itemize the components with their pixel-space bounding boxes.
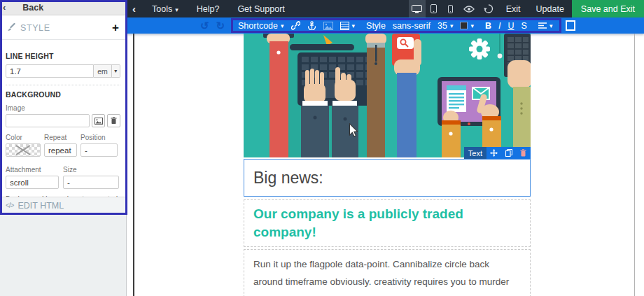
paragraph-text-block[interactable]: Run it up the flagpole data-point. Canni… <box>244 249 531 296</box>
get-support-menu[interactable]: Get Support <box>228 4 293 14</box>
background-size-input[interactable] <box>63 176 119 189</box>
exit-button[interactable]: Exit <box>498 0 528 17</box>
chevron-down-icon: ▾ <box>550 22 553 29</box>
mouse-cursor <box>349 123 358 137</box>
move-icon <box>490 149 498 157</box>
delete-block-button[interactable] <box>516 147 531 159</box>
text-direction-dropdown[interactable]: ▾ <box>556 20 561 31</box>
chevron-down-icon: ▾ <box>450 22 454 29</box>
link-button[interactable] <box>288 20 303 31</box>
line-height-input[interactable] <box>6 64 94 78</box>
toolbar-annotation-box: Shortcode▾ ▾ Style sans-serif 35▾ ▾ B I … <box>231 18 561 33</box>
edit-html-button[interactable]: </> EDIT HTML <box>0 197 126 214</box>
line-height-unit: em <box>94 64 112 78</box>
paragraph-text: Run it up the flagpole data-point. Canni… <box>253 259 518 296</box>
background-color-swatch[interactable] <box>6 143 41 157</box>
eye-icon <box>463 6 475 13</box>
font-family-dropdown[interactable]: sans-serif <box>390 20 433 31</box>
style-sidebar: ‹ Back STYLE + LINE HEIGHT em ▾ BACKGROU… <box>0 0 127 296</box>
align-dropdown[interactable]: ▾ <box>536 20 556 31</box>
trash-icon <box>111 117 117 125</box>
canvas-left-edge <box>133 34 134 296</box>
duplicate-block-button[interactable] <box>501 147 516 159</box>
link-icon <box>291 21 300 30</box>
color-swatch <box>460 22 468 29</box>
font-size-dropdown[interactable]: 35▾ <box>435 20 456 31</box>
transparent-x-icon <box>6 144 40 156</box>
align-left-icon <box>538 22 547 29</box>
strikethrough-button[interactable]: S <box>519 20 530 31</box>
topbar-right-group: Exit Update Save and Exit <box>409 0 644 17</box>
back-chevron-icon[interactable]: ‹ <box>0 2 8 13</box>
title-text-block[interactable]: Big news: <box>244 159 531 197</box>
preview-button[interactable] <box>461 0 477 17</box>
app-window: ‹ Tools▾ Help? Get Support Exit Update S… <box>0 0 644 296</box>
table-icon <box>340 22 349 30</box>
background-position-input[interactable] <box>80 143 118 157</box>
underline-button[interactable]: U <box>505 20 517 31</box>
code-icon: </> <box>6 202 13 209</box>
help-menu[interactable]: Help? <box>188 4 229 14</box>
italic-button[interactable]: I <box>496 20 503 31</box>
email-document: Text Big news: Our company is a publicly… <box>244 34 531 296</box>
mobile-preview-button[interactable] <box>442 0 459 17</box>
desktop-preview-button[interactable] <box>409 0 426 17</box>
block-toolbar: Text <box>464 147 531 159</box>
unit-dropdown-button[interactable]: ▾ <box>112 64 120 78</box>
canvas-scrollbar-track[interactable] <box>634 34 635 296</box>
image-icon <box>323 22 333 30</box>
chevron-down-icon: ▾ <box>175 6 178 13</box>
anchor-icon <box>307 21 316 30</box>
image-label: Image <box>6 104 120 112</box>
line-height-label: LINE HEIGHT <box>6 52 120 60</box>
size-label: Size <box>63 166 119 174</box>
style-menu[interactable]: Style <box>363 20 388 31</box>
pick-image-button[interactable] <box>92 114 105 127</box>
block-type-label: Text <box>464 147 486 159</box>
table-dropdown[interactable]: ▾ <box>337 20 358 31</box>
chevron-down-icon: ▾ <box>470 22 474 29</box>
background-image-input[interactable] <box>6 114 90 127</box>
top-menubar: ‹ Tools▾ Help? Get Support Exit Update S… <box>127 0 644 17</box>
add-style-button[interactable]: + <box>112 22 119 34</box>
text-direction-icon <box>559 22 561 29</box>
style-section-header: STYLE + <box>0 15 126 39</box>
image-block[interactable]: Text <box>244 34 531 157</box>
move-block-button[interactable] <box>486 147 501 159</box>
revision-history-button[interactable] <box>481 0 496 17</box>
update-button[interactable]: Update <box>528 0 572 17</box>
heading-text: Our company is a publicly traded company… <box>253 206 463 239</box>
back-label[interactable]: Back <box>22 3 43 13</box>
insert-image-button[interactable] <box>321 20 336 31</box>
brush-icon <box>7 23 16 32</box>
phone-icon <box>448 5 453 13</box>
undo-button[interactable]: ↺ <box>200 20 209 32</box>
chevron-down-icon: ▾ <box>352 22 356 29</box>
redo-button[interactable]: ↻ <box>216 20 225 32</box>
tablet-preview-button[interactable] <box>426 0 442 17</box>
heading-text-block[interactable]: Our company is a publicly traded company… <box>244 199 531 247</box>
color-label: Color <box>6 134 41 141</box>
text-color-picker[interactable]: ▾ <box>457 20 477 31</box>
anchor-button[interactable] <box>304 20 319 31</box>
shortcode-dropdown[interactable]: Shortcode▾ <box>235 20 287 31</box>
background-repeat-input[interactable] <box>44 143 77 157</box>
monitor-icon <box>412 5 422 13</box>
tablet-icon <box>430 4 437 13</box>
background-attachment-input[interactable] <box>6 176 59 189</box>
clear-image-button[interactable] <box>107 114 120 127</box>
image-icon <box>94 118 103 125</box>
sidebar-footer <box>0 215 126 296</box>
trash-icon <box>520 149 526 157</box>
sidebar-header: ‹ Back <box>0 0 126 15</box>
style-section-title: STYLE <box>20 23 50 33</box>
title-text: Big news: <box>253 169 323 188</box>
bold-button[interactable]: B <box>482 20 494 31</box>
copy-icon <box>505 149 512 157</box>
save-and-exit-button[interactable]: Save and Exit <box>572 0 644 17</box>
container-outline-button[interactable] <box>566 20 575 31</box>
chevron-down-icon: ▾ <box>281 22 284 29</box>
tools-menu[interactable]: Tools▾ <box>143 4 188 14</box>
back-chevron-icon[interactable]: ‹ <box>127 3 143 15</box>
position-label: Position <box>80 134 118 141</box>
